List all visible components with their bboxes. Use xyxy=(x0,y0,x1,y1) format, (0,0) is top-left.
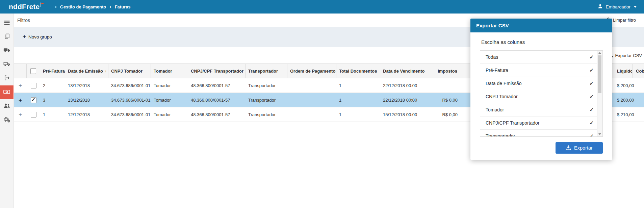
row-checkbox[interactable] xyxy=(31,83,36,88)
truck-icon xyxy=(3,47,10,54)
topbar: nddFrete Gestão de Pagamento Faturas Emb… xyxy=(0,0,644,14)
column-option-label: CNPJ Tomador xyxy=(486,94,518,99)
breadcrumb-gestao-de-pagamento[interactable]: Gestão de Pagamento xyxy=(60,4,106,9)
chevron-right-icon xyxy=(55,4,56,10)
cell-impostos: R$ 0,00 xyxy=(428,107,460,122)
cell-cnpj-tomador: 34.673.686/0001-01 xyxy=(108,78,151,93)
breadcrumb: Gestão de Pagamento Faturas xyxy=(55,4,130,10)
sidebar-item-users[interactable] xyxy=(0,99,14,113)
settings-gears-icon xyxy=(3,116,10,124)
cell-cobra xyxy=(633,93,644,107)
column-option-label: Transportador xyxy=(486,133,515,137)
check-icon xyxy=(589,64,594,77)
col-header-pre-fatura[interactable]: Pré-Fatura xyxy=(40,64,65,78)
cell-impostos xyxy=(428,78,460,93)
cell-data-emissao: 12/12/2018 xyxy=(65,107,108,122)
select-all-checkbox[interactable] xyxy=(30,68,36,74)
col-header-liquido[interactable]: Líquido xyxy=(612,64,633,78)
cell-transportador: Transportador xyxy=(246,107,287,122)
column-option-data-emissao[interactable]: Data de Emissão xyxy=(480,77,602,90)
flag-icon xyxy=(40,2,45,9)
cell-pre-fatura: 2 xyxy=(40,78,65,93)
users-icon xyxy=(3,103,10,110)
scrollbar-thumb[interactable] xyxy=(598,55,601,93)
cell-transportador: Transportador xyxy=(246,78,287,93)
cell-total-documentos: 1 xyxy=(336,93,380,107)
sidebar-item-truck[interactable] xyxy=(0,44,14,58)
clear-filter-label: Limpar filtro xyxy=(613,18,636,23)
modal-subtitle: Escolha as colunas xyxy=(480,39,603,45)
check-icon xyxy=(589,90,594,103)
col-header-cnpj-cpf-transportador[interactable]: CNPJ/CPF Transportador xyxy=(188,64,246,78)
column-option-label: Pré-Fatura xyxy=(486,68,508,73)
export-button-label: Exportar xyxy=(574,145,593,151)
cell-tomador: Tomador xyxy=(151,107,188,122)
cell-ordem-pagamento xyxy=(287,93,336,107)
sidebar-item-documents[interactable] xyxy=(0,30,14,44)
documents-icon xyxy=(4,33,10,41)
col-header-data-emissao[interactable]: Data de Emissão ↓ xyxy=(65,64,108,78)
cell-data-emissao: 13/12/2018 xyxy=(65,93,108,107)
expand-row-icon[interactable] xyxy=(19,83,22,88)
truck-delivery-icon xyxy=(3,61,10,68)
export-csv-modal: Exportar CSV Escolha as colunas Todas Pr… xyxy=(470,19,612,160)
new-group-button[interactable]: Novo grupo xyxy=(21,34,54,40)
cell-total-documentos: 1 xyxy=(336,78,380,93)
user-label: Embarcador xyxy=(606,4,630,9)
check-icon xyxy=(589,130,594,137)
column-option-cnpj-tomador[interactable]: CNPJ Tomador xyxy=(480,90,602,103)
col-header-data-vencimento[interactable]: Data de Vencimento xyxy=(380,64,428,78)
column-option-cnpj-cpf-transportador[interactable]: CNPJ/CPF Transportador xyxy=(480,116,602,130)
column-option-tomador[interactable]: Tomador xyxy=(480,103,602,116)
cell-cobra xyxy=(633,78,644,93)
cell-liquido: $ 200,00 xyxy=(612,93,633,107)
column-option-transportador[interactable]: Transportador xyxy=(480,130,602,137)
col-header-total-documentos[interactable]: Total Documentos xyxy=(336,64,380,78)
cell-liquido: $ 200,00 xyxy=(612,78,633,93)
sidebar-item-settings[interactable] xyxy=(0,113,14,127)
modal-body: Escolha as colunas Todas Pré-Fatura Data… xyxy=(470,32,612,160)
cell-pre-fatura: 1 xyxy=(40,107,65,122)
column-option-todas[interactable]: Todas xyxy=(480,51,602,64)
download-icon xyxy=(566,145,571,151)
cell-liquido: $ 210,00 xyxy=(612,107,633,122)
col-header-tomador[interactable]: Tomador xyxy=(151,64,188,78)
column-option-label: Todas xyxy=(486,54,498,60)
cell-cobra xyxy=(633,107,644,122)
cell-cnpj-tomador: 34.673.686/0001-01 xyxy=(108,107,151,122)
list-scrollbar[interactable] xyxy=(597,51,602,136)
scroll-up-arrow-icon[interactable] xyxy=(598,52,601,54)
row-checkbox[interactable] xyxy=(31,112,36,118)
column-option-label: Data de Emissão xyxy=(486,81,522,86)
filters-title: Filtros xyxy=(17,18,30,23)
row-checkbox[interactable] xyxy=(31,97,36,103)
user-icon xyxy=(598,4,603,10)
sidebar-item-sign-out[interactable] xyxy=(0,72,14,85)
app-logo[interactable]: nddFrete xyxy=(9,3,45,11)
chevron-down-icon xyxy=(634,6,637,8)
col-header-impostos[interactable]: Impostos xyxy=(428,64,460,78)
col-header-cobra[interactable]: Cobra xyxy=(633,64,644,78)
column-option-label: CNPJ/CPF Transportador xyxy=(486,120,540,126)
check-icon xyxy=(589,77,594,90)
col-header-ordem-pagamento[interactable]: Ordem de Pagamento xyxy=(287,64,336,78)
scroll-down-arrow-icon[interactable] xyxy=(598,133,601,135)
sort-desc-icon: ↓ xyxy=(105,69,107,73)
column-option-pre-fatura[interactable]: Pré-Fatura xyxy=(480,64,602,77)
col-header-cnpj-tomador[interactable]: CNPJ Tomador xyxy=(108,64,151,78)
cell-pre-fatura: 3 xyxy=(40,93,65,107)
sidebar-item-payments[interactable] xyxy=(0,85,14,99)
expand-row-icon[interactable] xyxy=(19,112,22,118)
cell-data-vencimento: 22/12/2018 00:00 xyxy=(380,93,428,107)
breadcrumb-faturas[interactable]: Faturas xyxy=(115,4,131,9)
export-button[interactable]: Exportar xyxy=(556,142,603,154)
user-menu[interactable]: Embarcador xyxy=(598,4,637,10)
check-icon xyxy=(589,103,594,116)
sidebar-item-truck-delivery[interactable] xyxy=(0,58,14,72)
expand-row-icon[interactable] xyxy=(19,97,22,103)
plus-icon xyxy=(23,34,26,40)
check-icon xyxy=(589,51,594,63)
export-csv-button[interactable]: Exportar CSV xyxy=(608,52,642,58)
sidebar-item-menu[interactable] xyxy=(0,16,14,30)
col-header-transportador[interactable]: Transportador xyxy=(246,64,287,78)
